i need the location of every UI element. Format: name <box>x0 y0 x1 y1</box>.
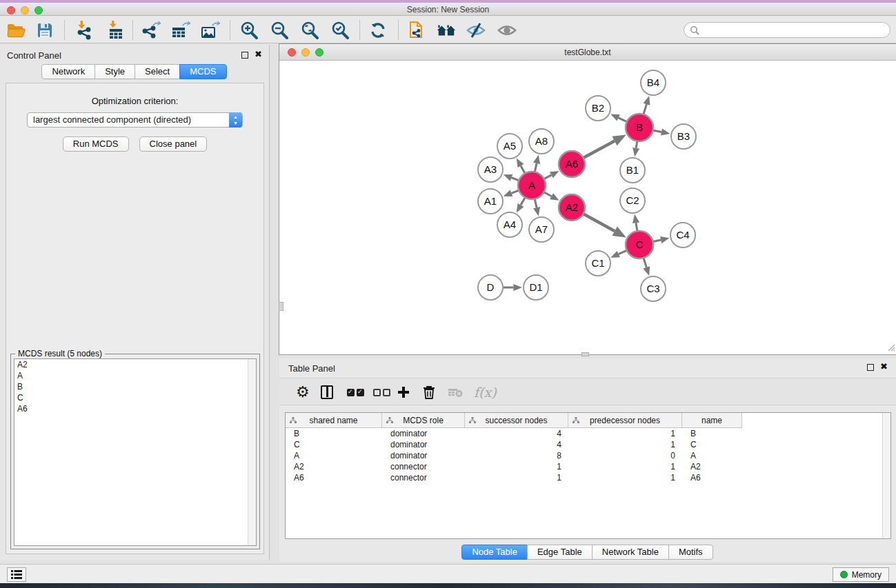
tab-network[interactable]: Network <box>41 64 95 79</box>
node-label: A7 <box>535 223 548 235</box>
memory-button[interactable]: Memory <box>833 567 889 582</box>
table-row[interactable]: A2connector11A2 <box>286 461 890 472</box>
network-window-titlebar[interactable]: testGlobe.txt <box>279 44 896 61</box>
node-label: C3 <box>646 283 659 294</box>
table-cell: A6 <box>286 472 382 483</box>
node-label: A6 <box>566 158 578 170</box>
zoom-in-icon[interactable] <box>239 20 259 41</box>
window-resize-grip[interactable] <box>886 342 895 354</box>
result-list-item[interactable]: A <box>14 370 256 381</box>
new-network-file-icon[interactable] <box>407 20 428 41</box>
arrowhead-icon <box>610 251 620 258</box>
control-panel: Control Panel ✖ NetworkStyleSelectMCDS O… <box>0 45 270 560</box>
network-canvas[interactable]: B4B2BB3A5A8A6A3B1AA1C2A2A4A7C4CC1DD1C3 <box>279 61 896 354</box>
delete-columns-trash-icon[interactable] <box>423 383 435 401</box>
tab-select[interactable]: Select <box>135 64 180 79</box>
result-list-item[interactable]: A6 <box>14 403 256 414</box>
node-label: B4 <box>647 77 659 88</box>
save-session-icon[interactable] <box>34 20 55 41</box>
column-header-predecessor-nodes[interactable]: predecessor nodes <box>568 413 682 428</box>
homes-icon[interactable] <box>436 20 457 41</box>
export-network-icon[interactable] <box>140 20 161 41</box>
tab-mcds[interactable]: MCDS <box>179 64 226 79</box>
import-network-icon[interactable] <box>73 20 94 41</box>
table-row[interactable]: Adominator80A <box>286 450 890 461</box>
tab-edge-table[interactable]: Edge Table <box>527 545 593 560</box>
column-header-shared-name[interactable]: shared name <box>286 413 382 428</box>
table-cell: 1 <box>465 472 568 483</box>
node-table[interactable]: shared nameMCDS rolesuccessor nodesprede… <box>285 412 891 539</box>
node-label: D1 <box>529 281 542 293</box>
table-cell: dominator <box>382 450 465 461</box>
arrowhead-icon <box>612 134 626 145</box>
result-list-item[interactable]: B <box>14 381 256 392</box>
zoom-fit-icon[interactable] <box>299 20 320 41</box>
node-label: A <box>528 179 535 191</box>
hide-selected-eye-slash-icon[interactable] <box>466 20 486 41</box>
tab-network-table[interactable]: Network Table <box>592 545 669 560</box>
close-table-panel-icon[interactable]: ✖ <box>880 361 888 372</box>
table-cell: A <box>682 450 742 461</box>
import-table-icon[interactable] <box>105 20 126 41</box>
table-row[interactable]: Bdominator41B <box>286 428 890 439</box>
search-input[interactable] <box>684 22 890 38</box>
canvas-left-scroll-nub[interactable] <box>279 302 283 311</box>
network-window-title: testGlobe.txt <box>279 48 896 57</box>
column-header-name[interactable]: name <box>682 413 742 428</box>
export-image-icon[interactable] <box>199 20 220 41</box>
task-history-button[interactable] <box>7 567 26 582</box>
refresh-icon[interactable] <box>368 20 388 41</box>
table-cell: connector <box>382 472 465 483</box>
network-graph[interactable]: B4B2BB3A5A8A6A3B1AA1C2A2A4A7C4CC1DD1C3 <box>279 61 895 354</box>
table-cell: 1 <box>568 439 682 450</box>
status-bar: Memory <box>0 564 896 583</box>
table-cell: 4 <box>465 428 568 439</box>
function-builder-icon-disabled: f(x) <box>474 383 497 401</box>
table-row[interactable]: Cdominator41C <box>286 439 890 450</box>
zoom-selected-icon[interactable] <box>330 20 350 41</box>
float-table-panel-icon[interactable] <box>867 364 874 371</box>
result-list-scrollbar[interactable] <box>248 359 256 545</box>
close-panel-icon[interactable]: ✖ <box>255 49 262 59</box>
column-header-MCDS-role[interactable]: MCDS role <box>382 413 465 428</box>
table-cell: A2 <box>286 461 382 472</box>
result-list-item[interactable]: C <box>14 392 256 403</box>
node-label: A5 <box>504 140 516 152</box>
open-session-icon[interactable] <box>6 20 26 41</box>
select-all-checkboxes-icon[interactable] <box>346 383 365 401</box>
add-column-icon[interactable] <box>397 383 410 401</box>
table-cell: B <box>682 428 742 439</box>
show-all-eye-icon[interactable] <box>497 20 517 41</box>
mcds-tab-content: Optimization criterion: largest connecte… <box>6 83 264 554</box>
node-label: B3 <box>677 130 690 142</box>
table-row[interactable]: A6connector11A6 <box>286 472 890 483</box>
unselect-all-checkboxes-icon[interactable] <box>372 383 391 401</box>
zoom-out-icon[interactable] <box>269 20 290 41</box>
tab-style[interactable]: Style <box>94 64 135 79</box>
arrowhead-icon <box>660 236 669 243</box>
node-label: A2 <box>566 201 578 213</box>
canvas-bottom-scroll-nub[interactable] <box>581 352 589 356</box>
table-panel-title: Table Panel <box>288 363 335 374</box>
run-mcds-button[interactable]: Run MCDS <box>63 136 129 152</box>
table-cell: A6 <box>682 472 742 483</box>
dropdown-stepper-icon: ▲▼ <box>229 112 242 128</box>
table-cell: 1 <box>465 461 568 472</box>
export-table-icon[interactable] <box>170 20 190 41</box>
tab-node-table[interactable]: Node Table <box>461 545 528 560</box>
search-icon <box>690 26 699 35</box>
optimization-criterion-select[interactable]: largest connected component (directed) ▲… <box>27 112 243 128</box>
float-panel-icon[interactable] <box>241 52 248 59</box>
mcds-result-list[interactable]: A2ABCA6 <box>14 358 257 546</box>
split-columns-icon[interactable] <box>321 383 333 401</box>
result-list-item[interactable]: A2 <box>14 359 256 370</box>
column-header-successor-nodes[interactable]: successor nodes <box>465 413 568 428</box>
column-type-icon <box>469 417 476 424</box>
node-label: C4 <box>676 229 689 241</box>
settings-gear-icon[interactable]: ⚙ <box>296 383 310 401</box>
arrowhead-icon <box>644 96 650 105</box>
tab-motifs[interactable]: Motifs <box>668 545 713 560</box>
table-scrollbar[interactable] <box>882 413 890 538</box>
table-cell: connector <box>382 461 465 472</box>
close-panel-button[interactable]: Close panel <box>139 136 208 152</box>
